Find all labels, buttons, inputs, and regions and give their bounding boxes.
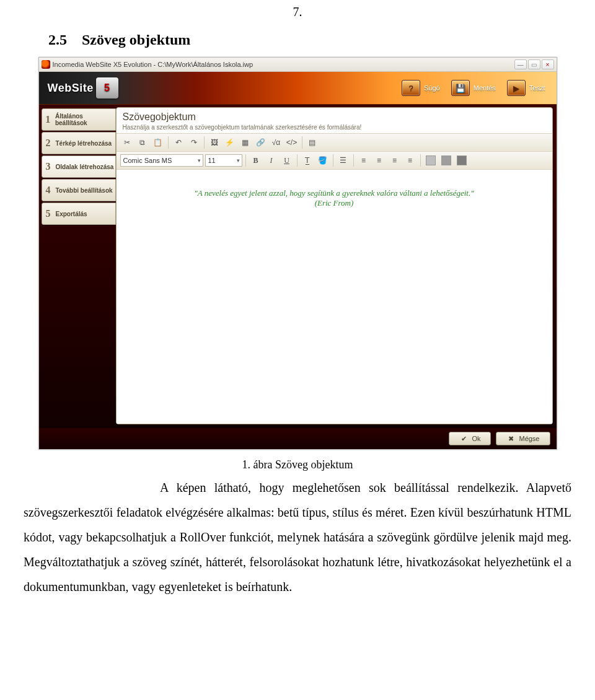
sidebar: 1 Általános beállítások 2 Térkép létreho… — [39, 105, 116, 424]
logo-text: WebSite — [48, 82, 94, 95]
font-size-select[interactable]: 11 — [205, 154, 242, 167]
align-center-icon[interactable]: ≡ — [372, 154, 386, 167]
text-color-icon[interactable]: T̲ — [301, 154, 314, 167]
separator — [420, 154, 421, 167]
panel-title: Szövegobjektum — [123, 112, 546, 123]
step-label: Térkép létrehozása — [56, 140, 112, 147]
body-paragraph: A képen látható, hogy meglehetősen sok b… — [24, 475, 571, 599]
body-text: A képen látható, hogy meglehetősen sok b… — [24, 481, 571, 593]
underline-button[interactable]: U — [280, 154, 294, 167]
separator — [333, 154, 333, 167]
bg-color-icon[interactable]: 🪣 — [316, 154, 330, 167]
separator — [353, 154, 354, 167]
italic-button[interactable]: I — [265, 154, 278, 167]
section-heading: 2.5 Szöveg objektum — [48, 32, 576, 48]
form-icon[interactable]: ▤ — [306, 136, 319, 149]
step-label: Oldalak létrehozása — [56, 164, 114, 170]
footer-bar: ✔ Ok ✖ Mégse — [39, 428, 557, 449]
redo-icon[interactable]: ↷ — [187, 136, 201, 149]
html-icon[interactable]: </> — [285, 136, 299, 149]
toolbar-row-2: Comic Sans MS 11 B I U T̲ 🪣 ☰ ≡ ≡ ≡ ≡ — [117, 152, 552, 170]
test-icon: ▶ — [507, 80, 526, 96]
test-label: Teszt — [529, 84, 545, 92]
help-label: Súgó — [424, 84, 440, 92]
cancel-button[interactable]: ✖ Mégse — [496, 432, 550, 445]
toolbar-row-1: ✂ ⧉ 📋 ↶ ↷ 🖼 ⚡ ▦ 🔗 √α </> ▤ — [117, 134, 552, 152]
sidebar-step-4[interactable]: 4 További beállítások — [42, 179, 116, 201]
test-button[interactable]: ▶ Teszt — [507, 80, 545, 96]
text-editor[interactable]: "A nevelés egyet jelent azzal, hogy segí… — [117, 170, 552, 424]
main-panel: Szövegobjektum Használja a szerkesztőt a… — [116, 107, 553, 424]
section-number: 2.5 — [48, 32, 67, 48]
save-button[interactable]: 💾 Mentés — [451, 80, 496, 96]
step-number: 4 — [42, 185, 55, 196]
close-button[interactable]: × — [542, 59, 554, 69]
panel-header: Szövegobjektum Használja a szerkesztőt a… — [117, 108, 552, 134]
titlebar: Incomedia WebSite X5 Evolution - C:\MyWo… — [39, 58, 557, 72]
separator — [302, 136, 302, 149]
swatch-2[interactable] — [439, 154, 453, 167]
step-label: Általános beállítások — [55, 113, 115, 126]
separator — [204, 136, 205, 149]
save-label: Mentés — [474, 84, 496, 92]
step-number: 1 — [42, 114, 54, 125]
ok-button[interactable]: ✔ Ok — [449, 432, 491, 445]
cut-icon[interactable]: ✂ — [120, 136, 134, 149]
sidebar-step-5[interactable]: 5 Exportálás — [42, 203, 116, 225]
editor-line-1: "A nevelés egyet jelent azzal, hogy segí… — [129, 188, 540, 198]
cancel-icon: ✖ — [506, 434, 515, 443]
bullets-icon[interactable]: ☰ — [337, 154, 350, 167]
step-number: 2 — [42, 138, 55, 149]
header-band: WebSite 5 ? Súgó 💾 Mentés ▶ Teszt — [39, 72, 557, 105]
align-right-icon[interactable]: ≡ — [388, 154, 402, 167]
copy-icon[interactable]: ⧉ — [136, 136, 149, 149]
align-justify-icon[interactable]: ≡ — [403, 154, 417, 167]
panel-subtitle: Használja a szerkesztőt a szövegobjektum… — [123, 124, 546, 131]
swatch-3[interactable] — [455, 154, 469, 167]
ok-icon: ✔ — [459, 434, 468, 443]
cancel-label: Mégse — [519, 435, 539, 442]
separator — [168, 136, 169, 149]
ok-label: Ok — [472, 435, 480, 442]
maximize-button[interactable]: ▭ — [528, 59, 540, 69]
minimize-button[interactable]: — — [514, 59, 527, 69]
undo-icon[interactable]: ↶ — [172, 136, 185, 149]
separator — [297, 154, 298, 167]
step-number: 3 — [42, 161, 55, 172]
page-number: 7. — [19, 5, 576, 19]
image-icon[interactable]: 🖼 — [208, 136, 221, 149]
save-icon: 💾 — [451, 80, 470, 96]
flash-icon[interactable]: ⚡ — [223, 136, 237, 149]
app-icon — [42, 60, 50, 69]
separator — [245, 154, 246, 167]
step-label: További beállítások — [56, 187, 113, 194]
sidebar-step-2[interactable]: 2 Térkép létrehozása — [42, 132, 116, 154]
bold-button[interactable]: B — [249, 154, 263, 167]
logo-badge: 5 — [96, 77, 118, 98]
link-icon[interactable]: 🔗 — [254, 136, 268, 149]
align-left-icon[interactable]: ≡ — [357, 154, 371, 167]
step-number: 5 — [42, 208, 55, 219]
app-window: Incomedia WebSite X5 Evolution - C:\MyWo… — [38, 57, 557, 450]
sidebar-step-1[interactable]: 1 Általános beállítások — [42, 108, 116, 131]
help-button[interactable]: ? Súgó — [402, 80, 440, 96]
rollover-icon[interactable]: √α — [270, 136, 283, 149]
sidebar-step-3[interactable]: 3 Oldalak létrehozása — [42, 155, 116, 178]
figure-caption: 1. ábra Szöveg objektum — [19, 458, 576, 471]
step-label: Exportálás — [56, 211, 87, 217]
editor-line-2: (Eric From) — [129, 198, 540, 208]
help-icon: ? — [402, 80, 420, 96]
window-title: Incomedia WebSite X5 Evolution - C:\MyWo… — [53, 61, 253, 68]
swatch-1[interactable] — [424, 154, 438, 167]
font-name-select[interactable]: Comic Sans MS — [120, 154, 203, 167]
section-title-text: Szöveg objektum — [82, 32, 190, 48]
paste-icon[interactable]: 📋 — [151, 136, 165, 149]
logo: WebSite 5 — [48, 77, 118, 98]
table-icon[interactable]: ▦ — [239, 136, 252, 149]
